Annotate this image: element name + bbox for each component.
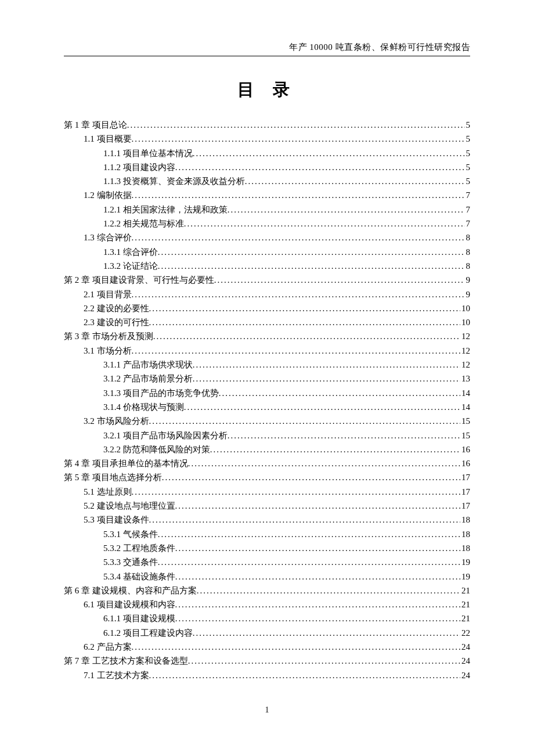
- toc-entry-label: 5.2 建设地点与地理位置: [84, 499, 175, 513]
- toc-entry-page: 21: [460, 611, 470, 625]
- toc-entry: 3.2.1 项目产品市场风险因素分析15: [64, 429, 470, 442]
- toc-entry-label: 3.1.2 产品市场前景分析: [103, 372, 193, 386]
- toc-entry: 1.2 编制依据7: [64, 188, 470, 202]
- toc-leader-dots: [149, 315, 461, 329]
- toc-entry-page: 18: [460, 541, 470, 555]
- page-number: 1: [64, 705, 470, 715]
- table-of-contents: 第 1 章 项目总论51.1 项目概要51.1.1 项目单位基本情况51.1.2…: [64, 118, 470, 682]
- toc-entry-label: 1.2.2 相关规范与标准: [103, 217, 184, 231]
- toc-entry-page: 16: [460, 456, 470, 470]
- toc-entry: 3.1.1 产品市场供求现状12: [64, 358, 470, 372]
- toc-entry-page: 14: [460, 400, 470, 414]
- toc-entry: 3.2 市场风险分析15: [64, 414, 470, 428]
- toc-entry-label: 1.1 项目概要: [84, 132, 132, 146]
- toc-entry: 1.1.1 项目单位基本情况5: [64, 146, 470, 160]
- toc-leader-dots: [188, 654, 460, 668]
- toc-entry-label: 5.3 项目建设条件: [84, 513, 149, 527]
- toc-entry-page: 8: [465, 245, 471, 259]
- toc-entry-page: 5: [465, 160, 471, 174]
- toc-entry: 1.3.2 论证结论8: [64, 259, 470, 273]
- toc-entry: 2.2 建设的必要性10: [64, 301, 470, 315]
- toc-entry: 5.2 建设地点与地理位置17: [64, 499, 470, 513]
- toc-entry-page: 13: [460, 372, 470, 386]
- toc-entry: 第 6 章 建设规模、内容和产品方案21: [64, 584, 470, 597]
- toc-entry-page: 10: [460, 315, 470, 329]
- toc-leader-dots: [219, 386, 460, 400]
- toc-leader-dots: [132, 344, 461, 358]
- toc-entry-page: 7: [465, 217, 471, 231]
- toc-entry: 1.1.2 项目建设内容5: [64, 160, 470, 174]
- toc-entry-page: 9: [465, 287, 471, 301]
- toc-entry-page: 19: [460, 555, 470, 569]
- toc-entry-label: 1.3.1 综合评价: [103, 245, 158, 259]
- toc-entry-page: 24: [460, 640, 470, 654]
- toc-leader-dots: [158, 259, 465, 273]
- toc-entry-label: 1.3.2 论证结论: [103, 259, 158, 273]
- toc-entry: 5.3.4 基础设施条件19: [64, 570, 470, 584]
- toc-leader-dots: [132, 188, 465, 202]
- toc-entry-label: 1.3 综合评价: [84, 231, 132, 244]
- toc-entry: 5.3.3 交通条件19: [64, 555, 470, 569]
- toc-entry-label: 第 3 章 市场分析及预测: [64, 329, 153, 343]
- toc-leader-dots: [158, 555, 460, 569]
- toc-entry-page: 12: [460, 329, 470, 343]
- toc-entry: 第 3 章 市场分析及预测12: [64, 329, 470, 343]
- toc-entry: 2.3 建设的可行性10: [64, 315, 470, 329]
- toc-entry-label: 第 2 章 项目建设背景、可行性与必要性: [64, 273, 214, 287]
- toc-leader-dots: [149, 513, 461, 527]
- toc-entry-label: 5.3.2 工程地质条件: [103, 541, 175, 555]
- toc-entry-page: 18: [460, 527, 470, 541]
- toc-entry-label: 5.3.1 气候条件: [103, 527, 158, 541]
- toc-leader-dots: [175, 541, 460, 555]
- toc-leader-dots: [132, 485, 461, 499]
- toc-entry-label: 6.1 项目建设规模和内容: [84, 597, 175, 611]
- toc-entry-page: 14: [460, 386, 470, 400]
- toc-entry-label: 第 1 章 项目总论: [64, 118, 127, 132]
- toc-entry: 第 1 章 项目总论5: [64, 118, 470, 132]
- toc-leader-dots: [210, 442, 460, 456]
- toc-entry: 1.1.3 投资概算、资金来源及收益分析5: [64, 174, 470, 188]
- toc-leader-dots: [132, 640, 461, 654]
- toc-entry-page: 15: [460, 429, 470, 442]
- toc-entry-label: 第 5 章 项目地点选择分析: [64, 470, 162, 484]
- toc-entry: 2.1 项目背景9: [64, 287, 470, 301]
- toc-entry-page: 7: [465, 203, 471, 217]
- toc-leader-dots: [188, 456, 460, 470]
- toc-entry-page: 12: [460, 358, 470, 372]
- toc-entry-label: 6.1.1 项目建设规模: [103, 611, 175, 625]
- toc-entry: 3.1.2 产品市场前景分析13: [64, 372, 470, 386]
- toc-entry-label: 第 4 章 项目承担单位的基本情况: [64, 456, 188, 470]
- toc-entry-page: 17: [460, 485, 470, 499]
- toc-leader-dots: [184, 400, 460, 414]
- toc-leader-dots: [175, 611, 460, 625]
- document-page: 年产 10000 吨直条粉、保鲜粉可行性研究报告 目 录 第 1 章 项目总论5…: [0, 0, 534, 738]
- toc-leader-dots: [127, 118, 465, 132]
- toc-entry: 1.2.1 相关国家法律，法规和政策7: [64, 203, 470, 217]
- toc-entry-page: 17: [460, 470, 470, 484]
- toc-entry-page: 24: [460, 668, 470, 682]
- toc-entry-label: 5.3.4 基础设施条件: [103, 570, 175, 584]
- toc-entry-page: 19: [460, 570, 470, 584]
- toc-entry: 6.1.2 项目工程建设内容22: [64, 626, 470, 640]
- toc-entry: 1.2.2 相关规范与标准7: [64, 217, 470, 231]
- toc-leader-dots: [228, 429, 460, 442]
- toc-leader-dots: [149, 414, 461, 428]
- toc-entry-label: 2.3 建设的可行性: [84, 315, 149, 329]
- toc-leader-dots: [193, 358, 460, 372]
- toc-entry-label: 1.2 编制依据: [84, 188, 132, 202]
- toc-leader-dots: [214, 273, 465, 287]
- toc-entry-label: 1.1.2 项目建设内容: [103, 160, 175, 174]
- toc-entry: 5.3.1 气候条件18: [64, 527, 470, 541]
- toc-entry-page: 9: [465, 273, 471, 287]
- toc-entry-page: 21: [460, 597, 470, 611]
- toc-leader-dots: [149, 301, 461, 315]
- toc-entry-page: 21: [460, 584, 470, 597]
- toc-leader-dots: [184, 217, 465, 231]
- toc-title: 目 录: [64, 78, 470, 102]
- toc-entry: 第 4 章 项目承担单位的基本情况16: [64, 456, 470, 470]
- toc-entry-label: 第 7 章 工艺技术方案和设备选型: [64, 654, 188, 668]
- toc-entry-label: 1.2.1 相关国家法律，法规和政策: [103, 203, 228, 217]
- toc-entry-page: 10: [460, 301, 470, 315]
- toc-entry-label: 3.2 市场风险分析: [84, 414, 149, 428]
- toc-entry-page: 7: [465, 188, 471, 202]
